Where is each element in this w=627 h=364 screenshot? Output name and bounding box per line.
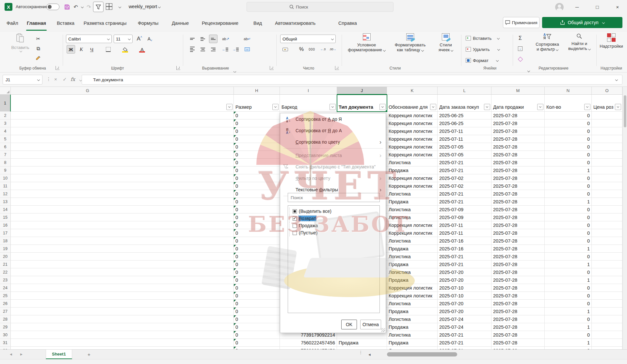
cell[interactable]: 0 <box>234 174 280 182</box>
cell[interactable] <box>592 276 622 284</box>
cell[interactable] <box>592 261 622 268</box>
checkbox-checked-icon[interactable] <box>293 216 297 221</box>
column-header-I[interactable]: I <box>280 87 337 95</box>
filter-button-L[interactable] <box>484 104 490 110</box>
cell[interactable]: Продажа <box>387 261 438 268</box>
cell[interactable]: 2025-07-02 <box>438 174 491 182</box>
percent-style-icon[interactable]: % <box>297 45 306 54</box>
cell[interactable]: 0 <box>234 190 280 198</box>
cell[interactable] <box>592 253 622 261</box>
row-number[interactable]: 19 <box>0 245 11 253</box>
cell[interactable] <box>592 229 622 237</box>
tab-Рецензирование[interactable]: Рецензирование <box>201 18 240 28</box>
header-cell-J[interactable]: Тип документа <box>337 95 387 112</box>
select-all-corner[interactable] <box>0 87 11 95</box>
confirm-entry-icon[interactable]: ✓ <box>63 76 67 82</box>
filter-button-G[interactable] <box>226 104 233 110</box>
cell[interactable]: 2025-07-28 <box>491 174 545 182</box>
cell[interactable]: 0 <box>234 143 280 151</box>
hscroll-left-icon[interactable]: ◄ <box>368 353 371 356</box>
cell[interactable]: Логистика <box>387 190 438 198</box>
cell[interactable]: 2025-07-28 <box>491 112 545 119</box>
cell[interactable]: 2025-07-21 <box>438 339 491 347</box>
cell[interactable] <box>592 339 622 347</box>
cell[interactable]: 0 <box>234 198 280 206</box>
cell[interactable]: 2025-07-21 <box>438 190 491 198</box>
add-sheet-icon[interactable]: + <box>88 352 90 357</box>
row-number[interactable]: 21 <box>0 261 11 268</box>
cell[interactable]: 0 <box>234 245 280 253</box>
tab-Справка[interactable]: Справка <box>337 18 358 28</box>
cell[interactable]: 0 <box>234 229 280 237</box>
cell[interactable]: 0 <box>545 268 592 276</box>
delete-cells-button[interactable]: × Удалить <box>466 45 500 54</box>
filter-button-K[interactable] <box>430 104 436 110</box>
cell[interactable]: 2025-07-16 <box>438 245 491 253</box>
cell[interactable]: 1 <box>545 323 592 331</box>
borders-icon[interactable] <box>104 45 112 54</box>
cell[interactable]: 2025-07-28 <box>491 323 545 331</box>
row-number[interactable]: 14 <box>0 206 11 214</box>
cut-icon[interactable]: ✂ <box>34 35 42 43</box>
cell[interactable]: 0 <box>234 206 280 214</box>
column-header-K[interactable]: K <box>387 87 438 95</box>
row-number[interactable]: 26 <box>0 300 11 308</box>
horizontal-scroll-thumb[interactable] <box>387 352 457 356</box>
column-header-H[interactable]: H <box>234 87 280 95</box>
row-number[interactable]: 11 <box>0 182 11 190</box>
cell[interactable] <box>592 182 622 190</box>
cell[interactable]: Логистика <box>387 331 438 339</box>
cell[interactable]: 1 <box>545 261 592 268</box>
cell[interactable]: 7560222457456 <box>280 347 337 349</box>
format-cells-button[interactable]: ▦ Формат <box>466 56 498 65</box>
cell[interactable]: 2025-07-24 <box>438 323 491 331</box>
cell[interactable]: 0 <box>545 206 592 214</box>
cell[interactable]: 0 <box>234 323 280 331</box>
cell[interactable] <box>592 221 622 229</box>
cell[interactable] <box>592 300 622 308</box>
filter-button-M[interactable] <box>537 104 543 110</box>
cell[interactable]: 0 <box>234 315 280 323</box>
cell[interactable]: Коррекция логистик <box>387 135 438 143</box>
row-number[interactable]: 31 <box>0 339 11 347</box>
resize-grip-icon[interactable] <box>381 328 385 332</box>
cell[interactable] <box>11 182 234 190</box>
cell[interactable]: Продажа <box>387 323 438 331</box>
column-header-N[interactable]: N <box>545 87 592 95</box>
cell[interactable]: 0 <box>234 182 280 190</box>
cell[interactable]: 0 <box>234 276 280 284</box>
filter-ok-button[interactable]: OK <box>341 320 357 329</box>
number-format-select[interactable]: Общий <box>280 35 336 43</box>
cell[interactable] <box>11 135 234 143</box>
align-top-icon[interactable] <box>188 35 197 43</box>
header-cell-H[interactable]: Размер <box>234 95 280 112</box>
cell[interactable]: 1 <box>545 308 592 315</box>
cell[interactable]: 0 <box>234 339 280 347</box>
cell[interactable] <box>11 229 234 237</box>
cell[interactable] <box>592 135 622 143</box>
cell[interactable] <box>11 119 234 127</box>
tab-Данные[interactable]: Данные <box>170 18 190 28</box>
cell[interactable] <box>592 237 622 245</box>
sort-filter-button[interactable]: АЯ Сортировкаи фильтр <box>532 33 563 64</box>
cell[interactable] <box>11 151 234 159</box>
cell[interactable]: 1 <box>545 245 592 253</box>
cell[interactable]: 1 <box>545 339 592 347</box>
cell[interactable] <box>592 190 622 198</box>
cell[interactable]: 2025-07-20 <box>438 300 491 308</box>
cell[interactable]: 2025-07-28 <box>491 143 545 151</box>
clipboard-dialog-launcher-icon[interactable] <box>56 66 59 70</box>
minimize-button[interactable]: ─ <box>570 0 585 14</box>
insert-function-icon[interactable]: fx <box>71 76 75 82</box>
cell[interactable]: 2025-07-11 <box>438 229 491 237</box>
cell[interactable]: 0 <box>234 119 280 127</box>
cell[interactable] <box>11 112 234 119</box>
cell[interactable] <box>592 112 622 119</box>
cell[interactable]: 0 <box>234 135 280 143</box>
cell[interactable] <box>11 237 234 245</box>
comments-button[interactable]: Примечания <box>503 17 539 28</box>
header-cell-G[interactable] <box>11 95 234 112</box>
next-sheet-icon[interactable]: ► <box>20 352 23 356</box>
cell[interactable] <box>11 174 234 182</box>
cell[interactable]: 2025-07-28 <box>491 198 545 206</box>
